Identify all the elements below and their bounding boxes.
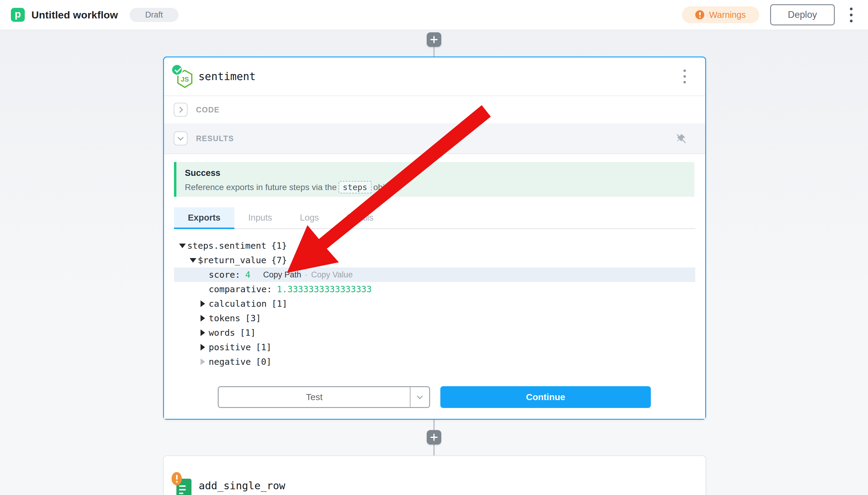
warning-icon bbox=[695, 10, 704, 19]
tree-row[interactable]: tokens [3] bbox=[174, 311, 695, 325]
tree-row-score[interactable]: score: 4 Copy Path · Copy Value bbox=[174, 268, 695, 282]
triangle-right-icon[interactable] bbox=[200, 301, 205, 307]
workflow-menu-button[interactable] bbox=[845, 5, 857, 24]
copy-value-button[interactable]: Copy Value bbox=[311, 270, 353, 279]
step-title: add_single_row bbox=[199, 480, 285, 492]
results-section-label: RESULTS bbox=[196, 134, 234, 143]
tree-count: {1} bbox=[271, 241, 287, 251]
tree-row[interactable]: negative [0] bbox=[174, 355, 695, 369]
warning-badge-icon bbox=[172, 472, 182, 485]
exports-tree: steps.sentiment {1} $return_value {7} sc… bbox=[174, 238, 695, 369]
test-button-label: Test bbox=[219, 387, 410, 407]
add-step-between-button[interactable] bbox=[427, 430, 441, 445]
tree-count: [1] bbox=[256, 342, 271, 352]
tab-exports[interactable]: Exports bbox=[174, 207, 234, 228]
triangle-down-icon[interactable] bbox=[179, 243, 186, 248]
warnings-label: Warnings bbox=[709, 10, 746, 20]
tree-key: comparative: bbox=[209, 284, 272, 294]
tree-key: steps.sentiment bbox=[187, 241, 266, 251]
success-check-icon bbox=[171, 64, 183, 75]
connector-line bbox=[433, 47, 435, 57]
tree-key: negative bbox=[209, 357, 251, 367]
expand-code-button[interactable] bbox=[174, 103, 188, 117]
tree-row[interactable]: positive [1] bbox=[174, 340, 695, 355]
triangle-right-icon[interactable] bbox=[200, 358, 205, 365]
chevron-down-icon bbox=[178, 135, 184, 140]
test-options-button[interactable] bbox=[410, 387, 429, 407]
step-menu-button[interactable] bbox=[679, 67, 691, 86]
results-panel: Success Reference exports in future step… bbox=[164, 154, 705, 419]
test-button[interactable]: Test bbox=[218, 386, 430, 408]
step-card-sentiment: JS sentiment CODE RESULTS Success Refere… bbox=[163, 56, 706, 420]
connector-line bbox=[433, 445, 435, 456]
tree-count: [3] bbox=[245, 313, 261, 323]
tree-count: [1] bbox=[240, 328, 255, 338]
tree-value: 1.3333333333333333 bbox=[277, 284, 372, 294]
triangle-down-icon[interactable] bbox=[190, 258, 196, 262]
connector-line bbox=[433, 420, 435, 431]
steps-object-chip[interactable]: steps bbox=[339, 181, 371, 193]
code-section-label: CODE bbox=[196, 105, 219, 114]
top-bar: p Untitled workflow Draft Warnings Deplo… bbox=[0, 0, 868, 30]
chevron-right-icon bbox=[177, 107, 183, 113]
tree-row[interactable]: calculation [1] bbox=[174, 296, 695, 311]
step-header[interactable]: JS sentiment bbox=[164, 57, 705, 96]
success-message: Reference exports in future steps via th… bbox=[185, 181, 694, 193]
step-card-add-single-row[interactable]: add_single_row bbox=[163, 456, 706, 495]
chevron-down-icon bbox=[417, 393, 423, 399]
continue-button[interactable]: Continue bbox=[440, 386, 651, 408]
add-step-above-button[interactable] bbox=[427, 32, 441, 47]
unpin-icon[interactable] bbox=[675, 132, 687, 144]
tab-logs[interactable]: Logs bbox=[286, 207, 333, 228]
tree-value: 4 bbox=[245, 270, 250, 280]
tree-count: {7} bbox=[271, 255, 287, 265]
js-glyph: JS bbox=[181, 75, 189, 83]
tree-row[interactable]: comparative: 1.3333333333333333 bbox=[174, 282, 695, 296]
collapse-results-button[interactable] bbox=[174, 132, 188, 146]
tab-details[interactable]: Details bbox=[333, 207, 388, 228]
step-actions: Test Continue bbox=[218, 386, 651, 408]
copy-path-button[interactable]: Copy Path bbox=[263, 270, 301, 279]
tree-count: [1] bbox=[271, 298, 287, 309]
tree-key: score: bbox=[209, 270, 241, 280]
success-banner: Success Reference exports in future step… bbox=[174, 162, 694, 197]
results-tabs: Exports Inputs Logs Details bbox=[174, 207, 695, 229]
workflow-title[interactable]: Untitled workflow bbox=[31, 9, 118, 21]
deploy-button[interactable]: Deploy bbox=[770, 4, 835, 25]
pipedream-logo-icon[interactable]: p bbox=[11, 8, 25, 22]
tree-row[interactable]: words [1] bbox=[174, 325, 695, 340]
triangle-right-icon[interactable] bbox=[200, 344, 205, 351]
code-section-header[interactable]: CODE bbox=[164, 96, 705, 123]
tree-row[interactable]: steps.sentiment {1} bbox=[174, 238, 695, 253]
tree-key: $return_value bbox=[198, 255, 266, 265]
success-message-suffix: object bbox=[373, 183, 396, 192]
results-section-header[interactable]: RESULTS bbox=[164, 123, 705, 154]
success-title: Success bbox=[185, 168, 694, 178]
tab-inputs[interactable]: Inputs bbox=[234, 207, 286, 228]
tree-key: calculation bbox=[209, 298, 267, 309]
copy-actions-separator: · bbox=[305, 270, 307, 279]
triangle-right-icon[interactable] bbox=[200, 315, 205, 322]
google-sheets-icon bbox=[173, 473, 193, 495]
nodejs-icon: JS bbox=[173, 65, 193, 88]
tree-key: words bbox=[209, 328, 235, 338]
tree-row[interactable]: $return_value {7} bbox=[174, 253, 695, 268]
success-message-prefix: Reference exports in future steps via th… bbox=[185, 183, 337, 192]
triangle-right-icon[interactable] bbox=[200, 329, 205, 336]
tree-key: positive bbox=[209, 342, 251, 352]
tree-key: tokens bbox=[209, 313, 241, 323]
tree-count: [0] bbox=[256, 357, 271, 367]
warnings-button[interactable]: Warnings bbox=[682, 6, 759, 23]
step-title: sentiment bbox=[198, 70, 256, 83]
status-badge: Draft bbox=[129, 8, 179, 22]
